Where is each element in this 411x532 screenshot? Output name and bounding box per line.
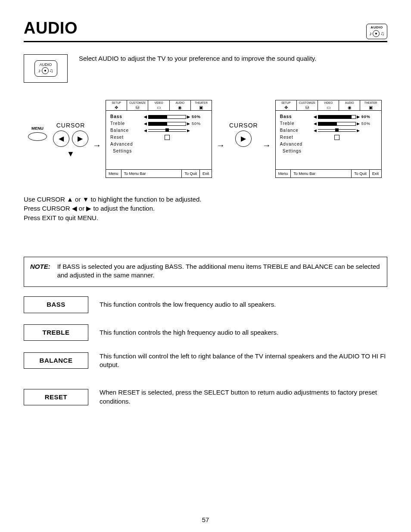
def-title: BASS [24, 296, 88, 313]
osd-item-balance: Balance [110, 127, 207, 134]
audio-icon: ◉ [348, 106, 352, 110]
bar-fill-icon [148, 122, 186, 126]
definitions: BASS This function controls the low freq… [24, 296, 387, 406]
balance-track-icon [318, 129, 356, 132]
remote-menu-block: MENU [28, 126, 47, 143]
tab-audio: AUDIO◉ [339, 100, 360, 110]
page-title: AUDIO [24, 17, 78, 39]
tab-label: CUSTOMIZE [129, 101, 146, 105]
setup-icon: ✥ [115, 106, 118, 110]
def-row-bass: BASS This function controls the low freq… [24, 296, 387, 313]
tab-label: SETUP [112, 101, 121, 105]
audio-corner-label: AUDIO [371, 25, 383, 30]
instructions: Use CURSOR ▲ or ▼ to highlight the funct… [24, 195, 387, 222]
intro-text: Select AUDIO to adjust the TV to your pr… [79, 54, 316, 63]
cursor-right-icon: ▶ [235, 131, 252, 147]
video-icon: ▭ [327, 106, 330, 110]
dial-icon [373, 30, 380, 37]
tab-customize: CUSTOMIZE⛁ [127, 100, 148, 110]
osd-body: Bass 50% Treble 50% Balance Reset [106, 111, 212, 169]
osd-tabbar: SETUP✥ CUSTOMIZE⛁ VIDEO▭ AUDIO◉ THEATER▣ [276, 100, 381, 111]
osd-item-treble: Treble 50% [280, 120, 377, 127]
def-row-reset: RESET When RESET is selected, press the … [24, 388, 387, 406]
osd-screen-left: SETUP✥ CUSTOMIZE⛁ VIDEO▭ AUDIO◉ THEATER▣… [106, 100, 212, 178]
audio-icon-label: AUDIO [40, 62, 52, 67]
customize-icon: ⛁ [305, 106, 309, 110]
page-number: 57 [0, 516, 411, 524]
osd-item-label: Treble [280, 121, 314, 127]
osd-item-label: Bass [110, 114, 144, 120]
def-row-balance: BALANCE This function will control the l… [24, 352, 387, 370]
audio-icon-inner: AUDIO ♪ ♫ [34, 60, 57, 77]
tab-customize: CUSTOMIZE⛁ [297, 100, 318, 110]
def-text: This function controls the low frequency… [100, 300, 387, 309]
def-text: This function will control the left to r… [100, 352, 387, 370]
osd-item-reset: Reset [280, 134, 377, 141]
osd-body: Bass 90% Treble 50% Balance Reset [276, 111, 381, 169]
note-icon: ♫ [380, 30, 384, 37]
osd-item-label: Advanced [110, 141, 144, 147]
cursor-right-icon: ▶ [72, 131, 88, 147]
footer-menu: Menu [276, 170, 291, 177]
cursor-left-icon: ◀ [53, 131, 69, 147]
tab-label: VIDEO [154, 101, 163, 105]
def-text: When RESET is selected, press the SELECT… [100, 388, 387, 406]
cursor-label: CURSOR [229, 121, 258, 130]
note-icon: ♫ [50, 67, 53, 74]
osd-item-advanced: Advanced [280, 141, 377, 148]
slider-icon [314, 114, 360, 119]
audio-dial-icon: ♪ ♫ [369, 30, 384, 37]
text: to adjust the function. [91, 205, 155, 212]
def-row-treble: TREBLE This function controls the high f… [24, 324, 387, 341]
osd-item-balance: Balance [280, 127, 377, 134]
cursor-label: CURSOR [56, 121, 85, 130]
osd-item-label: Advanced [280, 141, 314, 147]
audio-dial-icon: ♪ ♫ [38, 67, 53, 74]
diagram: MENU CURSOR ◀ ▶ ▼ → SETUP✥ CUSTOMIZE⛁ VI… [28, 100, 387, 178]
cursor-cluster-2: CURSOR ▶ [229, 121, 258, 147]
osd-footer: Menu To Menu Bar To Quit Exit [106, 169, 212, 177]
footer-to-quit: To Quit [351, 170, 370, 177]
tab-label: AUDIO [175, 101, 184, 105]
note-text: If BASS is selected you are adjusting BA… [57, 262, 381, 280]
slider-icon [314, 121, 360, 126]
tab-video: VIDEO▭ [318, 100, 339, 110]
audio-corner-icon: AUDIO ♪ ♫ [366, 24, 387, 39]
down-triangle-icon: ▼ [67, 149, 75, 159]
video-icon: ▭ [157, 106, 161, 110]
osd-item-bass: Bass 50% [110, 113, 207, 120]
osd-item-label: Bass [280, 114, 314, 120]
tab-theater: THEATER▣ [360, 100, 381, 110]
osd-value: 50% [190, 121, 207, 126]
def-title: RESET [24, 389, 88, 405]
osd-item-label: Balance [110, 128, 144, 134]
footer-exit: Exit [370, 170, 381, 177]
left-triangle-icon: ◀ [59, 134, 64, 143]
right-triangle-icon: ▶ [78, 134, 83, 143]
down-triangle-icon: ▼ [83, 196, 89, 203]
slider-icon [144, 114, 190, 119]
osd-item-label: Settings [280, 148, 316, 154]
def-text: This function controls the high frequenc… [100, 328, 387, 337]
def-title: TREBLE [24, 324, 88, 341]
footer-to-quit: To Quit [181, 170, 200, 177]
tab-label: THEATER [195, 101, 208, 105]
note-label: NOTE: [30, 262, 50, 271]
text: Press CURSOR [24, 205, 72, 212]
theater-icon: ▣ [199, 106, 203, 110]
tab-video: VIDEO▭ [148, 100, 169, 110]
note-icon: ♪ [369, 30, 372, 37]
intro-row: AUDIO ♪ ♫ Select AUDIO to adjust the TV … [24, 54, 387, 83]
page: AUDIO AUDIO ♪ ♫ AUDIO ♪ ♫ Select AUDIO t… [0, 0, 411, 532]
tab-label: CUSTOMIZE [299, 101, 315, 105]
footer-exit: Exit [200, 170, 212, 177]
osd-item-advanced: Advanced [110, 141, 207, 148]
osd-item-reset: Reset [110, 134, 207, 141]
tab-audio: AUDIO◉ [170, 100, 191, 110]
osd-screen-right: SETUP✥ CUSTOMIZE⛁ VIDEO▭ AUDIO◉ THEATER▣… [275, 100, 382, 178]
customize-icon: ⛁ [136, 106, 139, 110]
text: Use CURSOR [24, 196, 67, 203]
header-row: AUDIO AUDIO ♪ ♫ [24, 17, 387, 42]
bar-fill-icon [318, 122, 356, 126]
setup-icon: ✥ [284, 106, 288, 110]
